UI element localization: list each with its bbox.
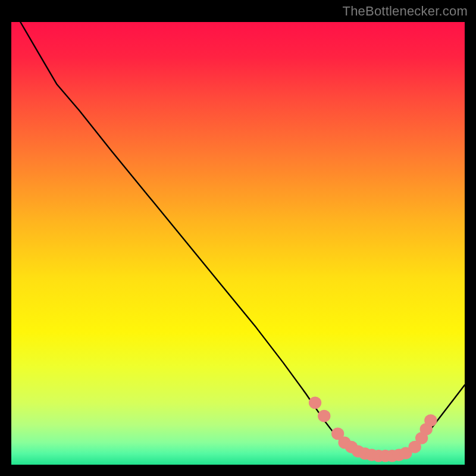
marker-point — [424, 414, 437, 427]
plot-frame — [10, 21, 466, 466]
chart-container: TheBottlenecker.com — [0, 0, 476, 476]
marker-point — [318, 410, 330, 422]
plot-area — [11, 22, 465, 465]
marker-point — [309, 396, 321, 409]
gradient-background — [11, 22, 465, 465]
plot-svg — [11, 22, 465, 465]
attribution-label: TheBottlenecker.com — [343, 4, 468, 19]
